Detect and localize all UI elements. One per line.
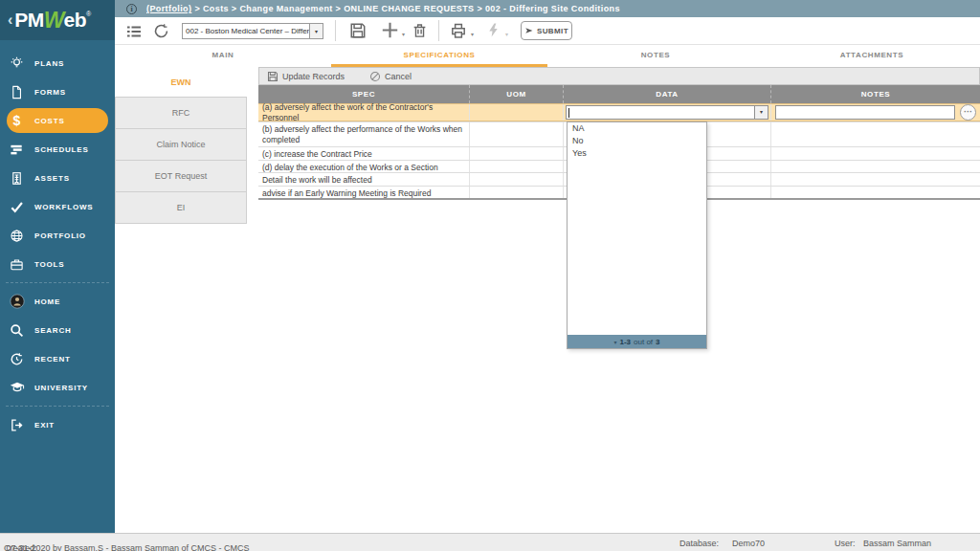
- sidebar-item-label: COSTS: [34, 117, 65, 125]
- caret-down-icon: ▾: [613, 339, 616, 345]
- graduation-cap-icon: [9, 380, 25, 396]
- notes-cell[interactable]: [770, 187, 980, 199]
- record-selector-value: 002 - Boston Medical Center – Differ: [183, 24, 309, 38]
- add-record-caret-icon[interactable]: ▾: [402, 31, 405, 37]
- combobox-caret-icon[interactable]: ▾: [755, 105, 768, 120]
- uom-cell[interactable]: [469, 104, 563, 121]
- save-icon: [267, 71, 278, 82]
- cancel-button[interactable]: Cancel: [369, 71, 412, 82]
- pmweb-app: ‹ PMWeb® PLANS FORMS $ COSTS: [0, 0, 980, 551]
- submenu-item-rfc[interactable]: RFC: [115, 97, 247, 129]
- check-icon: [9, 199, 25, 215]
- sidebar-item-recent[interactable]: RECENT: [0, 344, 115, 373]
- sidebar-item-costs[interactable]: $ COSTS: [0, 106, 115, 135]
- status-bar: Created: 07-31-2020 by Bassam.S - Bassam…: [0, 533, 980, 551]
- briefcase-icon: [9, 256, 25, 273]
- save-icon[interactable]: [349, 22, 367, 39]
- sidebar-item-portfolio[interactable]: PORTFOLIO: [0, 221, 115, 250]
- sidebar-item-forms[interactable]: FORMS: [0, 77, 115, 106]
- collapse-sidebar-icon[interactable]: ‹: [8, 11, 12, 29]
- building-icon: [9, 170, 25, 187]
- submenu-item-ei[interactable]: EI: [115, 191, 247, 224]
- sidebar-item-label: EXIT: [34, 421, 55, 430]
- uom-cell[interactable]: [469, 187, 563, 199]
- notes-cell[interactable]: [770, 147, 980, 160]
- column-header-notes: NOTES: [770, 85, 980, 103]
- tab-main[interactable]: MAIN: [115, 45, 331, 67]
- column-header-spec: SPEC: [258, 85, 469, 103]
- user-value: Bassam Samman: [863, 539, 931, 548]
- breadcrumb-portfolio-link[interactable]: (Portfolio): [146, 4, 191, 13]
- tab-specifications[interactable]: SPECIFICATIONS: [331, 45, 547, 67]
- logo-text-w: W: [44, 8, 64, 33]
- uom-cell[interactable]: [469, 161, 563, 173]
- uom-cell[interactable]: [469, 147, 563, 160]
- history-icon: [9, 351, 25, 367]
- cancel-icon: [369, 71, 381, 82]
- text-cursor: [568, 108, 569, 118]
- spec-type-menu: EWN RFC Claim Notice EOT Request EI: [115, 67, 247, 224]
- sidebar-item-label: WORKFLOWS: [34, 203, 93, 211]
- sidebar-item-workflows[interactable]: WORKFLOWS: [0, 192, 115, 221]
- tab-notes[interactable]: NOTES: [547, 45, 764, 67]
- created-info: Created: 07-31-2020 by Bassam.S - Bassam…: [4, 539, 7, 548]
- notes-cell[interactable]: [770, 173, 980, 186]
- sidebar-item-label: UNIVERSITY: [34, 384, 88, 392]
- grid-action-bar: Update Records Cancel: [258, 67, 980, 85]
- workflow-bolt-icon[interactable]: [486, 23, 501, 37]
- column-header-data: DATA: [563, 85, 770, 103]
- record-selector[interactable]: 002 - Boston Medical Center – Differ ▾: [182, 23, 323, 39]
- workflow-caret-icon[interactable]: ▾: [505, 31, 508, 37]
- update-records-button[interactable]: Update Records: [267, 71, 345, 82]
- sidebar-item-exit[interactable]: EXIT: [0, 410, 115, 439]
- data-combobox[interactable]: ▾: [566, 105, 768, 120]
- sidebar-item-label: RECENT: [34, 355, 71, 364]
- uom-cell[interactable]: [469, 173, 563, 186]
- submenu-item-ewn[interactable]: EWN: [115, 66, 247, 98]
- uom-cell[interactable]: [469, 122, 563, 146]
- record-history-icon[interactable]: [153, 23, 169, 39]
- tab-attachments[interactable]: ATTACHMENTS: [764, 45, 980, 67]
- submit-button[interactable]: SUBMIT: [521, 21, 572, 40]
- dollar-icon: $: [9, 113, 25, 129]
- database-value: Demo70: [732, 539, 765, 548]
- user-label: User:: [835, 539, 856, 548]
- data-dropdown-panel: NA No Yes ▾ 1-3 out of 3: [567, 121, 707, 349]
- sidebar-item-assets[interactable]: ASSETS: [0, 164, 115, 192]
- submenu-item-claim-notice[interactable]: Claim Notice: [115, 128, 247, 161]
- table-row-selected[interactable]: (a) adversely affect the work of the Con…: [258, 103, 980, 121]
- dropdown-option-no[interactable]: No: [568, 135, 706, 147]
- sidebar-item-university[interactable]: UNIVERSITY: [0, 373, 115, 402]
- sidebar-item-schedules[interactable]: SCHEDULES: [0, 135, 115, 164]
- info-icon[interactable]: i: [126, 4, 137, 14]
- gantt-bars-icon: [9, 142, 25, 158]
- submenu-item-eot-request[interactable]: EOT Request: [115, 160, 247, 192]
- print-caret-icon[interactable]: ▾: [471, 31, 474, 37]
- data-cell: ▾: [563, 104, 770, 121]
- tab-bar: MAIN SPECIFICATIONS NOTES ATTACHMENTS: [115, 45, 980, 67]
- sidebar-item-search[interactable]: SEARCH: [0, 316, 115, 344]
- ellipsis-button[interactable]: ···: [960, 104, 976, 121]
- menu-list-icon[interactable]: [126, 24, 142, 39]
- data-combobox-input[interactable]: [566, 105, 755, 120]
- print-icon[interactable]: [450, 22, 467, 39]
- sidebar-item-tools[interactable]: TOOLS: [0, 250, 115, 278]
- pmweb-logo[interactable]: ‹ PMWeb®: [0, 0, 115, 40]
- breadcrumb: (Portfolio)> Costs > Change Management >…: [146, 4, 620, 13]
- notes-cell[interactable]: [770, 161, 980, 173]
- add-record-icon[interactable]: [381, 21, 399, 39]
- delete-icon[interactable]: [412, 22, 428, 38]
- sidebar-item-plans[interactable]: PLANS: [0, 49, 115, 77]
- dropdown-pager[interactable]: ▾ 1-3 out of 3: [568, 335, 706, 348]
- sidebar-item-home[interactable]: HOME: [0, 287, 115, 316]
- dropdown-option-yes[interactable]: Yes: [568, 147, 706, 160]
- submit-arrow-icon: [524, 26, 534, 35]
- caret-down-icon[interactable]: ▾: [309, 24, 323, 38]
- dropdown-option-na[interactable]: NA: [568, 122, 706, 135]
- sidebar-item-label: PLANS: [34, 59, 64, 68]
- column-header-uom: UOM: [469, 85, 563, 103]
- record-toolbar: 002 - Boston Medical Center – Differ ▾ ▾…: [115, 17, 980, 45]
- notes-input[interactable]: [775, 105, 955, 120]
- notes-cell[interactable]: [770, 122, 980, 146]
- spec-cell: (c) increase the Contract Price: [258, 147, 469, 160]
